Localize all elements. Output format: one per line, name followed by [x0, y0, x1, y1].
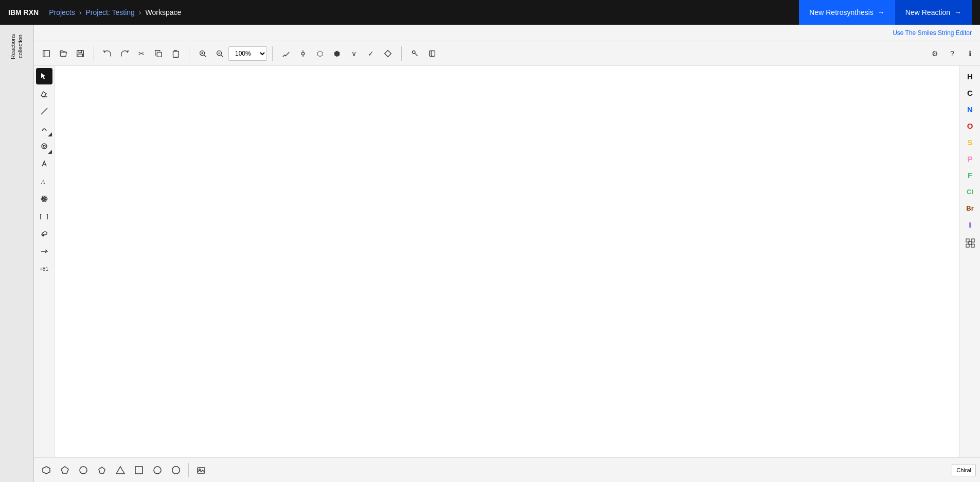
svg-point-29 [42, 235, 44, 236]
toolbar-check-btn[interactable]: ✓ [363, 45, 379, 62]
shape-circle2[interactable] [149, 462, 166, 478]
toolbar-align-btn[interactable] [295, 45, 311, 62]
tool-erase[interactable] [36, 85, 52, 102]
svg-marker-40 [116, 467, 124, 474]
toolbar-help-btn[interactable]: ? [944, 45, 960, 62]
zoom-select[interactable]: 100% 50% 75% 125% 150% 200% [228, 46, 267, 61]
toolbar-stereo-btn[interactable]: ∨ [346, 45, 362, 62]
svg-line-21 [41, 108, 47, 114]
breadcrumb: Projects › Project: Testing › Workspace [49, 8, 181, 16]
element-panel: H C N O S P F Cl Br I [959, 66, 980, 457]
toolbar-cut-btn[interactable]: ✂ [133, 45, 150, 62]
toolbar-ring-btn[interactable]: ⬡ [312, 45, 328, 62]
tool-charge[interactable]: +81 [36, 261, 52, 277]
tool-attachment[interactable] [36, 226, 52, 242]
tool-arrow[interactable] [36, 243, 52, 260]
element-N[interactable]: N [961, 101, 979, 117]
svg-point-14 [301, 52, 304, 55]
svg-marker-43 [172, 467, 180, 474]
svg-rect-6 [173, 51, 179, 57]
element-Cl[interactable]: Cl [961, 183, 979, 200]
shape-pentagon[interactable] [57, 462, 73, 478]
toolbar-rgroup-btn[interactable] [407, 45, 423, 62]
toolbar-right-group: ⚙ ? ℹ [926, 45, 978, 62]
reactions-sidebar: Reactions collection [0, 25, 34, 482]
toolbar-zoom-in-btn[interactable] [194, 45, 211, 62]
shape-pentagon2[interactable] [94, 462, 110, 478]
tool-bond-sub[interactable] [36, 120, 52, 137]
toolbar-zoom-out-btn[interactable] [211, 45, 228, 62]
arrow-right-icon-2: → [954, 8, 961, 16]
drawing-canvas[interactable] [55, 66, 959, 457]
shape-triangle[interactable] [112, 462, 129, 478]
svg-point-42 [154, 467, 161, 474]
toolbar-file-group [36, 45, 91, 62]
toolbar-expand-btn[interactable] [38, 45, 55, 62]
breadcrumb-projects[interactable]: Projects [49, 8, 75, 16]
toolbar-sgroup-btn[interactable] [424, 45, 440, 62]
toolbar-divider-3 [272, 46, 273, 61]
reactions-collection-label[interactable]: Reactions collection [9, 29, 24, 64]
element-P[interactable]: P [961, 150, 979, 167]
tool-single-bond[interactable] [36, 103, 52, 119]
toolbar-structure-group: ⬡ ⬢ ∨ ✓ [276, 45, 398, 62]
smiles-editor-link[interactable]: Use The Smiles String Editor [893, 29, 972, 37]
svg-rect-5 [157, 52, 162, 57]
toolbar-copy-btn[interactable] [150, 45, 167, 62]
svg-line-18 [415, 54, 418, 56]
toolbar-calc-btn[interactable] [380, 45, 396, 62]
element-table-btn[interactable] [962, 235, 978, 251]
toolbar-settings-btn[interactable]: ⚙ [926, 45, 943, 62]
tool-bracket[interactable]: [ ] [36, 208, 52, 225]
toolbar-open-btn[interactable] [55, 45, 72, 62]
subtool-indicator-2 [48, 150, 52, 154]
svg-marker-36 [43, 467, 50, 474]
breadcrumb-project-testing[interactable]: Project: Testing [85, 8, 134, 16]
element-Br[interactable]: Br [961, 200, 979, 216]
svg-point-17 [413, 50, 415, 53]
shape-image-btn[interactable] [193, 462, 209, 478]
svg-marker-39 [99, 467, 105, 473]
shape-circle-ring[interactable] [75, 462, 92, 478]
element-I[interactable]: I [961, 216, 979, 233]
element-H[interactable]: H [961, 68, 979, 84]
shape-octagon[interactable] [168, 462, 184, 478]
element-F[interactable]: F [961, 167, 979, 183]
svg-text:A: A [41, 178, 45, 185]
toolbar-redo-btn[interactable] [116, 45, 133, 62]
tool-select[interactable] [36, 68, 52, 84]
toolbar-undo-btn[interactable] [99, 45, 116, 62]
svg-rect-3 [79, 50, 81, 53]
toolbar-clean-btn[interactable] [278, 45, 294, 62]
bottom-shape-bar: Chiral [34, 457, 980, 482]
element-S[interactable]: S [961, 134, 979, 150]
breadcrumb-sep-2: › [139, 8, 141, 16]
new-reaction-button[interactable]: New Reaction → [895, 0, 972, 25]
new-retrosynthesis-button[interactable]: New Retrosynthesis → [799, 0, 895, 25]
svg-rect-41 [135, 467, 142, 474]
main-toolbar: ✂ 100% 50% 75% [34, 41, 980, 66]
toolbar-paste-btn[interactable] [167, 45, 184, 62]
svg-point-38 [80, 467, 87, 474]
toolbar-zoom-group: 100% 50% 75% 125% 150% 200% [192, 45, 269, 62]
svg-point-23 [43, 145, 45, 147]
shape-hexagon[interactable] [38, 462, 55, 478]
shape-square[interactable] [131, 462, 147, 478]
element-O[interactable]: O [961, 117, 979, 134]
toolbar-divider-4 [401, 46, 402, 61]
arrow-right-icon: → [878, 8, 885, 16]
tool-text[interactable]: A [36, 173, 52, 190]
tool-atom[interactable] [36, 191, 52, 207]
toolbar-aromatic-btn[interactable]: ⬢ [329, 45, 345, 62]
toolbar-save-btn[interactable] [72, 45, 88, 62]
chiral-button[interactable]: Chiral [952, 464, 976, 476]
toolbar-info-btn[interactable]: ℹ [961, 45, 978, 62]
toolbar-rgroup-group [405, 45, 442, 62]
tool-stereo[interactable] [36, 156, 52, 172]
breadcrumb-sep-1: › [79, 8, 82, 16]
element-C[interactable]: C [961, 84, 979, 101]
bottom-right-area: Chiral [952, 464, 976, 476]
tool-ring-generic[interactable] [36, 138, 52, 154]
svg-rect-0 [43, 50, 50, 57]
editor-container: Use The Smiles String Editor [34, 25, 980, 482]
